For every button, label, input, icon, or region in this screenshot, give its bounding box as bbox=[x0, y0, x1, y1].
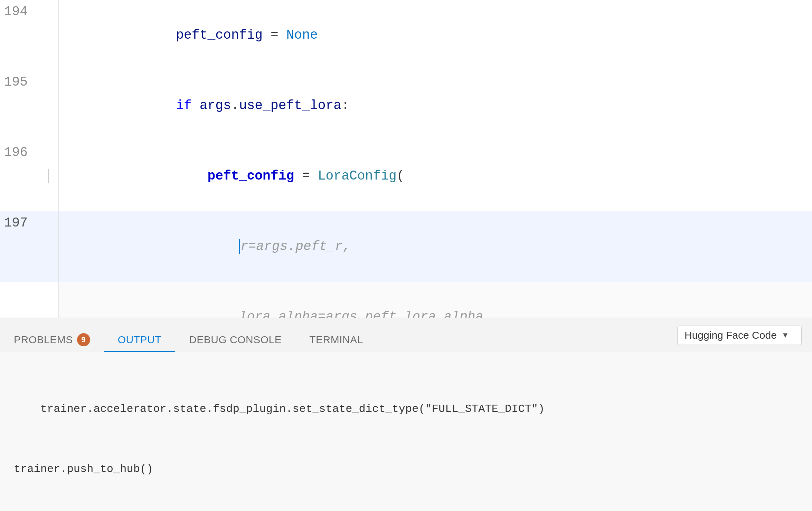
output-panel: trainer.accelerator.state.fsdp_plugin.se… bbox=[0, 352, 812, 511]
panel-tabs: PROBLEMS 9 OUTPUT DEBUG CONSOLE TERMINAL… bbox=[0, 318, 812, 352]
main-layout: 194 peft_config = None 195 if args.use_p… bbox=[0, 0, 812, 511]
tab-debug-console[interactable]: DEBUG CONSOLE bbox=[175, 328, 295, 352]
line-gutter-194 bbox=[38, 0, 59, 70]
output-source-dropdown[interactable]: Hugging Face Code ▼ bbox=[677, 326, 802, 345]
tab-terminal-label: TERMINAL bbox=[309, 334, 363, 346]
panel-bottom: PROBLEMS 9 OUTPUT DEBUG CONSOLE TERMINAL… bbox=[0, 318, 812, 511]
code-line-195: 195 if args.use_peft_lora: bbox=[0, 70, 812, 141]
dropdown-arrow-icon: ▼ bbox=[782, 331, 789, 340]
line-number-194: 194 bbox=[0, 0, 38, 70]
line-gutter-196 bbox=[38, 141, 59, 211]
tab-problems-label: PROBLEMS bbox=[14, 334, 73, 346]
tab-debug-label: DEBUG CONSOLE bbox=[189, 334, 282, 346]
code-line-ghost-1: 000 lora_alpha=args.peft_lora_alpha, bbox=[0, 282, 812, 318]
tab-output[interactable]: OUTPUT bbox=[104, 328, 175, 352]
output-content: trainer.accelerator.state.fsdp_plugin.se… bbox=[0, 352, 812, 511]
code-line-194: 194 peft_config = None bbox=[0, 0, 812, 70]
editor-area: 194 peft_config = None 195 if args.use_p… bbox=[0, 0, 812, 318]
line-number-197: 197 bbox=[0, 211, 38, 282]
line-gutter-195 bbox=[38, 70, 59, 141]
tab-terminal[interactable]: TERMINAL bbox=[295, 328, 377, 352]
line-content-194: peft_config = None bbox=[59, 0, 812, 70]
code-line-196: 196 peft_config = LoraConfig( bbox=[0, 141, 812, 211]
code-container: 194 peft_config = None 195 if args.use_p… bbox=[0, 0, 812, 318]
output-line-2: trainer.push_to_hub() bbox=[14, 459, 798, 479]
line-gutter-ghost-1 bbox=[38, 282, 59, 318]
tab-problems[interactable]: PROBLEMS 9 bbox=[0, 328, 104, 352]
line-number-196: 196 bbox=[0, 141, 38, 211]
tab-output-label: OUTPUT bbox=[118, 334, 161, 346]
line-number-195: 195 bbox=[0, 70, 38, 141]
line-content-ghost-1: lora_alpha=args.peft_lora_alpha, bbox=[59, 282, 812, 318]
line-number-ghost-1: 000 bbox=[0, 282, 38, 318]
line-content-196: peft_config = LoraConfig( bbox=[59, 141, 812, 211]
line-gutter-197 bbox=[38, 211, 59, 282]
indent-guide-196 bbox=[48, 169, 49, 183]
line-content-197[interactable]: r=args.peft_r, bbox=[59, 211, 812, 282]
problems-badge: 9 bbox=[77, 333, 90, 346]
output-line-1: trainer.accelerator.state.fsdp_plugin.se… bbox=[14, 399, 798, 419]
dropdown-label: Hugging Face Code bbox=[684, 329, 777, 341]
code-line-197: 197 r=args.peft_r, bbox=[0, 211, 812, 282]
line-content-195: if args.use_peft_lora: bbox=[59, 70, 812, 141]
